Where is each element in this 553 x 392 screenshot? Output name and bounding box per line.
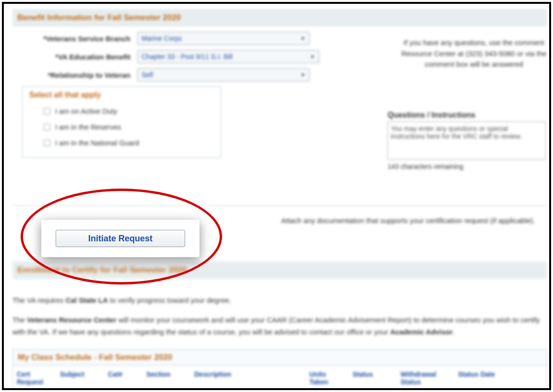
chevron-down-icon: ▼ — [300, 72, 306, 78]
section-header-benefit-info: Benefit Information for Fall Semester 20… — [12, 10, 547, 26]
th-status[interactable]: Status — [349, 366, 397, 390]
select-all-title: Select all that apply — [29, 91, 214, 103]
th-status-date[interactable]: Status Date — [454, 366, 517, 390]
label-questions-instructions: Questions / Instructions — [388, 111, 551, 121]
select-all-fieldset: Select all that apply I am on Active Dut… — [22, 86, 221, 158]
th-withdrawal[interactable]: Withdrawal Status — [397, 366, 454, 390]
chevron-down-icon: ▼ — [310, 54, 315, 59]
label-service-branch: *Veterans Service Branch — [12, 35, 137, 43]
attach-instruction-text: Attach any documentation that supports y… — [281, 215, 535, 226]
chevron-down-icon: ▼ — [300, 36, 306, 41]
label-va-education-benefit: *VA Education Benefit — [12, 53, 137, 61]
checkbox-label: I am on Active Duty — [55, 107, 117, 115]
dropdown-value: Self — [141, 71, 153, 79]
help-text: If you have any questions, use the comme… — [388, 37, 551, 70]
th-description[interactable]: Description — [190, 366, 306, 390]
label-relationship: *Relationship to Veteran — [12, 71, 137, 79]
checkbox-row-reserves[interactable]: I am in the Reserves — [29, 119, 214, 135]
textarea-questions[interactable]: You may enter any questions or special i… — [388, 121, 546, 160]
enrollment-description: The VA requires Cal State LA to verify p… — [12, 287, 547, 345]
th-cert-request[interactable]: Cert Request — [13, 366, 56, 390]
schedule-title: My Class Schedule - Fall Semester 2020 — [12, 349, 547, 365]
th-units-taken[interactable]: Units Taken — [306, 366, 349, 390]
th-cat[interactable]: Cat# — [104, 366, 142, 390]
section-header-enrollment: Enrollment to Certify for Fall Semester … — [12, 262, 547, 278]
initiate-request-button[interactable]: Initiate Request — [56, 230, 185, 247]
dropdown-relationship[interactable]: Self ▼ — [137, 68, 310, 82]
checkbox-icon[interactable] — [44, 124, 50, 131]
checkbox-row-active-duty[interactable]: I am on Active Duty — [29, 103, 214, 119]
checkbox-label: I am in the National Guard — [55, 139, 139, 147]
checkbox-icon[interactable] — [44, 140, 50, 146]
th-subject[interactable]: Subject — [56, 366, 104, 390]
dropdown-value: Chapter 33 - Post 9/11 G.I. Bill — [141, 53, 233, 60]
checkbox-icon[interactable] — [44, 108, 50, 115]
char-remaining: 143 characters remaining — [388, 160, 551, 170]
checkbox-label: I am in the Reserves — [55, 123, 121, 131]
th-section[interactable]: Section — [142, 366, 190, 390]
dropdown-service-branch[interactable]: Marine Corps ▼ — [137, 32, 310, 45]
dropdown-value: Marine Corps — [141, 35, 182, 42]
initiate-request-container: Initiate Request — [41, 220, 200, 257]
schedule-table-header: Cert Request Subject Cat# Section Descri… — [12, 365, 547, 390]
dropdown-va-benefit[interactable]: Chapter 33 - Post 9/11 G.I. Bill ▼ — [137, 50, 319, 63]
checkbox-row-national-guard[interactable]: I am in the National Guard — [29, 135, 214, 151]
